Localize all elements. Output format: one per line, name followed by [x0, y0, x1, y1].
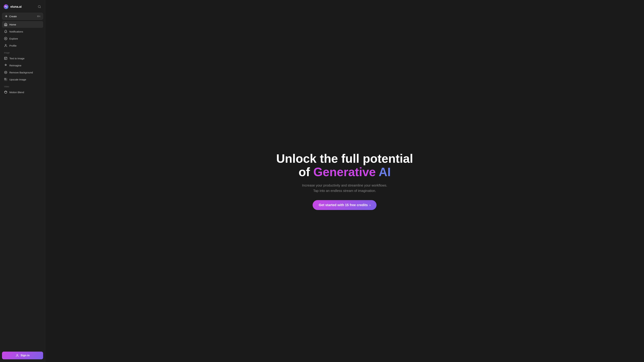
- main-nav: Home Notifications Explore: [2, 21, 43, 49]
- hero-section: Unlock the full potential of Generative …: [276, 152, 413, 210]
- user-icon: [4, 44, 8, 47]
- cta-button[interactable]: Get started with 15 free credits ›: [312, 200, 376, 210]
- svg-rect-8: [4, 57, 7, 60]
- sign-in-button[interactable]: Sign in: [2, 352, 43, 359]
- home-icon: [4, 23, 8, 26]
- motion-blend-icon: [4, 90, 8, 94]
- hero-title-highlight-purple: Generative: [313, 165, 376, 179]
- svg-line-2: [40, 7, 41, 8]
- sidebar-item-motion-blend[interactable]: Motion Blend: [2, 89, 43, 95]
- reimagine-label: Reimagine: [10, 64, 22, 67]
- plus-icon: [4, 14, 8, 18]
- hero-subtitle-line1: Increase your productivity and streamlin…: [302, 184, 387, 187]
- sidebar-item-home[interactable]: Home: [2, 21, 43, 28]
- sidebar-item-profile[interactable]: Profile: [2, 42, 43, 49]
- svg-rect-11: [6, 78, 7, 79]
- sign-in-icon: [16, 354, 19, 357]
- hero-title-highlight-blue: AI: [376, 165, 390, 179]
- sidebar-item-remove-background[interactable]: Remove Background: [2, 69, 43, 76]
- logo-brand: eluna.ai: [3, 4, 22, 9]
- text-to-image-icon: [4, 57, 8, 60]
- hero-subtitle-line2: Tap into an endless stream of imaginatio…: [313, 189, 376, 193]
- home-label: Home: [10, 23, 16, 26]
- hero-title-line2-plain: of: [298, 165, 313, 179]
- sidebar-bottom: Sign in: [2, 350, 43, 359]
- svg-rect-13: [6, 80, 7, 81]
- create-button[interactable]: Create ⌘K: [2, 13, 43, 20]
- explore-label: Explore: [10, 37, 18, 40]
- logo-icon: [3, 4, 9, 9]
- bell-icon: [4, 30, 8, 33]
- hero-title-line1: Unlock the full potential: [276, 152, 413, 165]
- text-to-image-label: Text to Image: [10, 57, 24, 60]
- hero-subtitle: Increase your productivity and streamlin…: [276, 183, 413, 193]
- hero-title: Unlock the full potential of Generative …: [276, 152, 413, 178]
- sidebar-item-text-to-image[interactable]: Text to Image: [2, 55, 43, 62]
- sidebar-item-reimagine[interactable]: Reimagine: [2, 62, 43, 69]
- sign-in-label: Sign in: [21, 354, 30, 357]
- svg-point-9: [4, 71, 7, 74]
- reimagine-icon: [4, 64, 8, 67]
- cta-label: Get started with 15 free credits: [319, 203, 368, 207]
- cta-chevron-icon: ›: [370, 203, 371, 207]
- notifications-label: Notifications: [10, 30, 23, 33]
- upscale-icon: [4, 78, 8, 81]
- sidebar-item-notifications[interactable]: Notifications: [2, 28, 43, 35]
- logo-area: eluna.ai: [2, 3, 43, 13]
- svg-rect-10: [4, 78, 6, 79]
- create-shortcut: ⌘K: [37, 15, 40, 17]
- profile-label: Profile: [10, 44, 16, 47]
- upscale-image-label: Upscale Image: [10, 78, 26, 81]
- svg-point-6: [5, 38, 6, 39]
- explore-icon: [4, 37, 8, 40]
- search-button[interactable]: [37, 4, 42, 9]
- remove-background-label: Remove Background: [10, 71, 33, 74]
- sidebar-item-explore[interactable]: Explore: [2, 35, 43, 42]
- create-label: Create: [9, 15, 17, 18]
- svg-point-7: [5, 44, 6, 45]
- svg-rect-12: [4, 80, 6, 81]
- search-icon: [38, 5, 41, 8]
- svg-point-5: [4, 37, 7, 40]
- remove-bg-icon: [4, 71, 8, 74]
- svg-point-15: [16, 354, 18, 356]
- motion-blend-label: Motion Blend: [10, 91, 24, 94]
- sidebar: eluna.ai Create ⌘K: [0, 0, 45, 362]
- sidebar-item-upscale-image[interactable]: Upscale Image: [2, 76, 43, 83]
- image-section-label: Image: [2, 49, 43, 55]
- app-name: eluna.ai: [10, 5, 22, 8]
- main-content: Unlock the full potential of Generative …: [45, 0, 644, 362]
- video-section-label: Video: [2, 83, 43, 89]
